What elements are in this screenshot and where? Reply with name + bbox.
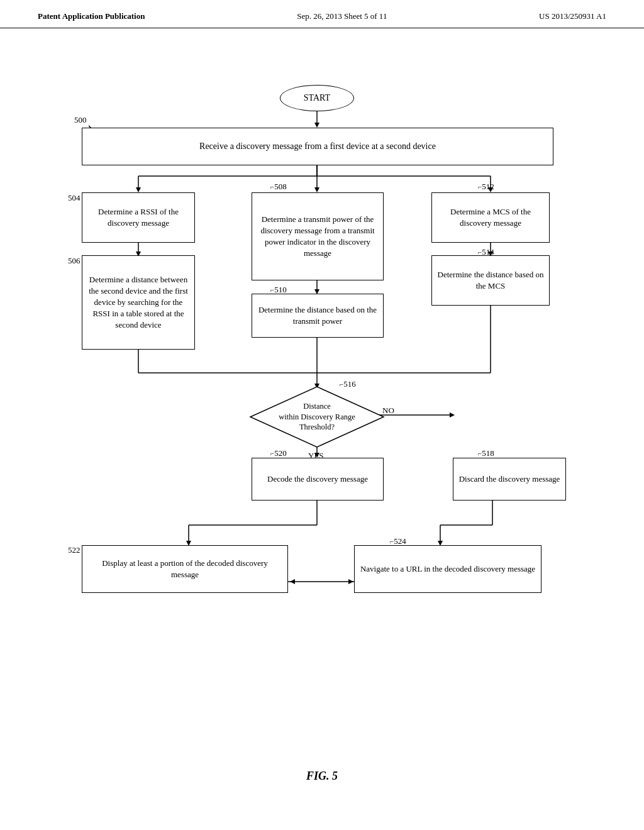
page-header: Patent Application Publication Sep. 26, … [0,0,644,28]
header-left: Patent Application Publication [38,11,145,21]
node-514: Determine the distance based on the MCS [431,255,550,306]
svg-marker-5 [136,187,141,192]
ref-518: ⌐518 [478,448,494,458]
node-520: Decode the discovery message [252,458,384,501]
svg-marker-1 [314,123,319,128]
diagram-number: 500 [74,115,87,125]
ref-508: ⌐508 [270,182,287,192]
node-502: Receive a discovery message from a first… [82,128,553,165]
svg-marker-34 [290,579,295,584]
header-center: Sep. 26, 2013 Sheet 5 of 11 [297,11,387,21]
svg-marker-28 [450,412,455,418]
header-right: US 2013/250931 A1 [539,11,606,21]
node-516-container: Distance within Discovery Range Threshol… [249,385,385,448]
start-node: START [280,85,354,111]
figure-label: FIG. 5 [306,770,338,783]
node-518: Discard the discovery message [453,458,566,501]
ref-520: ⌐520 [270,448,287,458]
node-512: Determine a MCS of the discovery message [431,192,550,243]
node-510: Determine the distance based on the tran… [252,294,384,338]
node-522: Display at least a portion of the decode… [82,545,288,593]
node-506: Determine a distance between the second … [82,255,195,350]
node-516-text: Distance within Discovery Range Threshol… [249,385,385,448]
node-508: Determine a transmit power of the discov… [252,192,384,280]
svg-marker-7 [314,187,319,192]
no-label: NO [382,406,394,416]
ref-512: ⌐512 [478,182,494,192]
node-504: Determine a RSSI of the discovery messag… [82,192,195,243]
node-524: Navigate to a URL in the decoded discove… [354,545,541,593]
ref-516: ⌐516 [340,379,356,389]
svg-marker-35 [348,579,353,584]
diagram-area: 500 ↘ START ⌐502 Receive a discovery mes… [0,28,644,795]
